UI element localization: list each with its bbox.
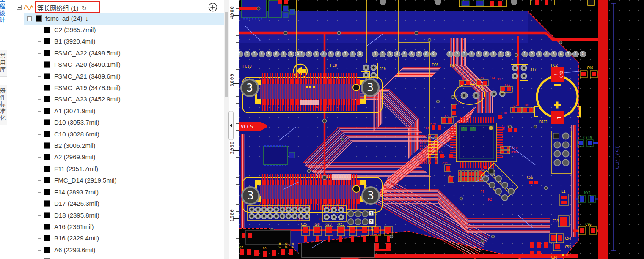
- tree-item[interactable]: FSMC_A19 (3478.6mil): [8, 82, 224, 94]
- net-color-swatch: [44, 131, 50, 137]
- svg-text:R20: R20: [314, 223, 320, 226]
- tree-item[interactable]: C10 (3028.6mil): [8, 129, 224, 140]
- svg-text:J18: J18: [380, 67, 386, 71]
- tree-item[interactable]: C2 (3965.7mil): [8, 25, 224, 36]
- tab-project-design[interactable]: 工程设计: [0, 0, 6, 24]
- svg-text:FC6: FC6: [432, 63, 438, 67]
- tree-item[interactable]: B16 (2329.4mil): [8, 233, 224, 244]
- net-color-swatch: [44, 73, 50, 79]
- net-color-swatch: [44, 142, 50, 149]
- svg-text:R121: R121: [420, 144, 427, 148]
- svg-text:123456789: 123456789: [239, 52, 299, 56]
- net-color-swatch: [44, 108, 50, 114]
- svg-text:R122: R122: [420, 148, 427, 151]
- collapse-expander-icon[interactable]: [27, 16, 32, 21]
- tree-item[interactable]: A16 (2361mil): [8, 221, 224, 233]
- svg-text:C34: C34: [551, 256, 557, 259]
- svg-text:CY6: CY6: [585, 223, 592, 226]
- tab-component-standardization[interactable]: 器件标准化: [0, 85, 7, 125]
- tree-item[interactable]: FSMC_A23 (3452.9mil): [8, 94, 224, 105]
- net-group-tree-panel: 等长网络组 (1)↻ fsmc_ad (24)↓ C2 (3965.7mil) …: [8, 0, 224, 259]
- tree-item[interactable]: FSMC_A20 (3490.1mil): [8, 59, 224, 71]
- svg-text:2: 2: [370, 220, 372, 224]
- svg-text:MY3: MY3: [584, 191, 591, 195]
- pin-header-pads: 123456789 123456789 123456789 123456789 …: [239, 51, 586, 57]
- svg-text:U1: U1: [566, 254, 570, 257]
- svg-text:R38: R38: [291, 242, 294, 248]
- ruler-label: 4000: [229, 6, 235, 19]
- svg-text:CY6: CY6: [587, 66, 593, 70]
- svg-text:R23: R23: [338, 223, 344, 226]
- tree-item[interactable]: F11 (2951.7mil): [8, 164, 224, 175]
- tree-item[interactable]: D17 (2425.3mil): [8, 198, 224, 210]
- svg-text:CY10: CY10: [583, 136, 592, 140]
- svg-text:1: 1: [370, 212, 372, 216]
- svg-text:123456789: 123456789: [374, 52, 435, 56]
- side-tab-strip: 工程设计 常用库 器件标准化: [0, 0, 8, 259]
- svg-text:U20: U20: [501, 125, 505, 130]
- tree-item[interactable]: FMC_D14 (2919.5mil): [8, 175, 224, 186]
- tree-item[interactable]: B2 (3006.2mil): [8, 140, 224, 152]
- svg-text:R120: R120: [420, 142, 427, 145]
- net-color-swatch: [44, 38, 50, 44]
- net-color-swatch: [36, 15, 42, 22]
- svg-text:3: 3: [247, 189, 254, 202]
- svg-text:R226: R226: [420, 161, 427, 164]
- tree-item[interactable]: A1 (3071.9mil): [8, 106, 224, 117]
- tree-item[interactable]: FSMC_A22 (3498.5mil): [8, 48, 224, 59]
- svg-text:3: 3: [367, 81, 374, 94]
- svg-text:C39: C39: [553, 219, 559, 223]
- svg-text:C25: C25: [301, 223, 307, 226]
- sort-descending-icon[interactable]: ↓: [85, 15, 89, 22]
- tree-group-row-fsmc-ad[interactable]: fsmc_ad (24)↓: [8, 13, 224, 25]
- net-color-swatch: [44, 189, 50, 195]
- svg-text:BAT1: BAT1: [539, 120, 548, 124]
- svg-text:C38: C38: [278, 242, 282, 248]
- tree-item-partial[interactable]: [8, 256, 224, 259]
- svg-text:R124: R124: [420, 155, 427, 158]
- net-color-swatch: [44, 212, 50, 218]
- tree-item[interactable]: A2 (2969.9mil): [8, 152, 224, 163]
- svg-text:CN2: CN2: [311, 174, 316, 177]
- panel-collapse-handle[interactable]: [228, 111, 234, 140]
- netclass-icon: [24, 4, 33, 11]
- highlight-box: [35, 1, 100, 13]
- tree-item[interactable]: A6 (2293.6mil): [8, 245, 224, 256]
- svg-text:C55: C55: [565, 245, 571, 249]
- svg-text:1: 1: [556, 116, 561, 119]
- svg-text:2: 2: [553, 73, 558, 75]
- scrollbar-thumb[interactable]: [225, 12, 228, 97]
- net-color-swatch: [44, 247, 50, 253]
- tree-item[interactable]: B1 (3920.4mil): [8, 36, 224, 47]
- tree-item[interactable]: F14 (2893.7mil): [8, 187, 224, 198]
- svg-text:R118: R118: [420, 135, 427, 138]
- vcc5-net-label: VCC5: [239, 122, 267, 131]
- svg-text:123456789: 123456789: [524, 52, 584, 56]
- svg-text:P2: P2: [488, 198, 492, 202]
- svg-text:P1: P1: [480, 190, 484, 194]
- collapse-expander-icon[interactable]: [17, 5, 22, 10]
- net-color-swatch: [44, 61, 50, 68]
- svg-text:FC10: FC10: [242, 64, 252, 68]
- svg-text:R39: R39: [285, 242, 288, 248]
- svg-text:J8: J8: [319, 218, 322, 221]
- svg-text:L1: L1: [561, 190, 566, 194]
- tree-item[interactable]: FSMC_A21 (3489.6mil): [8, 71, 224, 82]
- svg-text:CN1: CN1: [314, 106, 320, 109]
- net-color-swatch: [44, 154, 50, 160]
- svg-text:C56: C56: [527, 176, 533, 180]
- tab-common-library[interactable]: 常用库: [0, 50, 7, 77]
- tree-item[interactable]: D18 (2395.8mil): [8, 210, 224, 221]
- qfp-ic[interactable]: [450, 117, 503, 168]
- collapse-left-icon: [230, 123, 232, 128]
- net-color-swatch: [44, 200, 50, 207]
- pcb-canvas[interactable]: 123456789 123456789 123456789 123456789 …: [239, 0, 644, 259]
- svg-text:3: 3: [246, 82, 253, 94]
- add-net-group-button[interactable]: [208, 3, 217, 12]
- net-group-name: fsmc_ad (24)↓: [45, 15, 88, 22]
- ruler-label: 3000: [229, 74, 235, 87]
- tree-item[interactable]: D10 (3053.7mil): [8, 117, 224, 128]
- svg-text:C54: C54: [565, 237, 571, 240]
- svg-text:FC4: FC4: [450, 63, 457, 68]
- ruler-label: 2000: [229, 141, 235, 154]
